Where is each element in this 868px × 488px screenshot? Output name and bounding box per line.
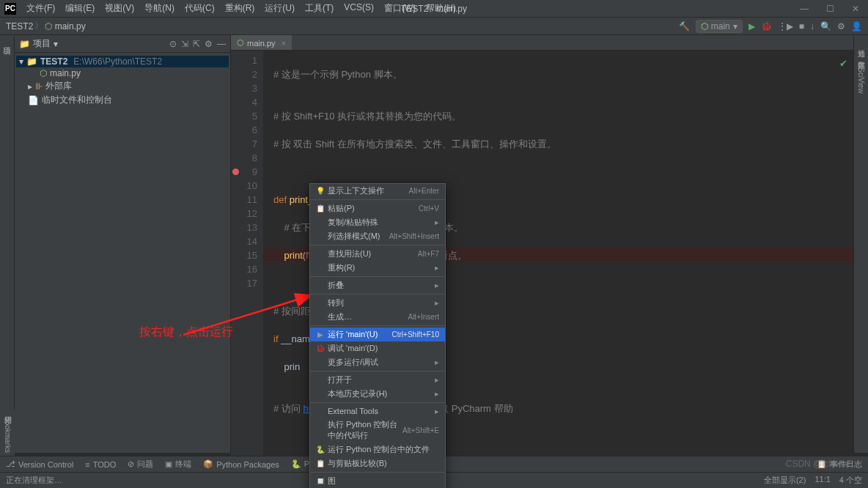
problems-toolwindow[interactable]: ⊘ 问题 <box>128 459 153 470</box>
context-menu-item[interactable]: 🐍运行 Python 控制台中的文件 <box>310 443 445 456</box>
tree-external-libs[interactable]: ▸⊪ 外部库 <box>16 79 229 93</box>
context-menu-item[interactable]: 📋粘贴(P)Ctrl+V <box>310 202 445 215</box>
watermark: CSDN @Ichocat <box>786 459 850 469</box>
editor-context-menu[interactable]: 💡显示上下文操作Alt+Enter📋粘贴(P)Ctrl+V复制/粘贴特殊▸列选择… <box>309 183 446 488</box>
python-packages-toolwindow[interactable]: 📦 Python Packages <box>203 459 279 469</box>
context-menu-item[interactable]: 查找用法(U)Alt+F7 <box>310 247 445 261</box>
library-icon: ⊪ <box>35 81 43 92</box>
menu-refactor[interactable]: 重构(R) <box>221 1 260 16</box>
avatar-icon[interactable]: 👤 <box>851 21 862 32</box>
context-menu-item[interactable]: 本地历史记录(H)▸ <box>310 387 445 401</box>
tab-main-py[interactable]: ⬡ main.py × <box>231 35 292 50</box>
python-icon: ⬡ <box>701 21 708 32</box>
sidebar-title: 项目 <box>33 37 51 50</box>
context-menu-item[interactable]: 📋与剪贴板比较(B) <box>310 456 445 470</box>
chevron-down-icon: ▾ <box>733 21 738 32</box>
project-tool-tab[interactable]: 项目 <box>0 38 14 44</box>
menu-edit[interactable]: 编辑(E) <box>61 1 99 16</box>
maximize-button[interactable]: ☐ <box>822 4 839 14</box>
tree-scratches[interactable]: 📄 临时文件和控制台 <box>16 93 229 107</box>
context-menu-item[interactable]: 重构(R)▸ <box>310 261 445 275</box>
folder-icon: 📁 <box>19 39 30 49</box>
run-button[interactable]: ▶ <box>749 21 755 32</box>
titlebar: PC 文件(F) 编辑(E) 视图(V) 导航(N) 代码(C) 重构(R) 运… <box>0 0 868 18</box>
context-menu-item[interactable]: 💡显示上下文操作Alt+Enter <box>310 184 445 198</box>
inspection-ok-icon[interactable]: ✔ <box>839 58 847 69</box>
menu-view[interactable]: 视图(V) <box>100 1 139 16</box>
project-sidebar: 📁 项目 ▾ ⊙ ⇲ ⇱ ⚙ — ▾📁 TEST2 E:\W66\Python\… <box>15 35 231 453</box>
status-indent[interactable]: 4 个空 <box>839 475 862 486</box>
left-tool-stripe: 项目 <box>0 35 15 453</box>
context-menu-item[interactable]: 执行 Python 控制台中的代码行Alt+Shift+E <box>310 418 445 443</box>
menu-run[interactable]: 运行(U) <box>260 1 299 16</box>
search-everywhere-button[interactable]: 🔍 <box>820 21 831 32</box>
context-menu-item[interactable]: 复制/粘贴特殊▸ <box>310 215 445 229</box>
folder-icon: 📁 <box>26 56 37 67</box>
notifications-tab[interactable]: 通知 <box>855 41 868 47</box>
app-logo-icon: PC <box>4 3 16 15</box>
context-menu-item[interactable]: ▶运行 'main'(U)Ctrl+Shift+F10 <box>310 328 445 341</box>
context-menu-item[interactable]: 🔲图 <box>310 474 445 488</box>
navigation-bar: TEST2 〉 ⬡ main.py 🔨 ⬡ main ▾ ▶ 🐞 ⋮▶ ■ ↓ … <box>0 18 868 35</box>
run-config-selector[interactable]: ⬡ main ▾ <box>696 20 743 33</box>
terminal-toolwindow[interactable]: ▣ 终端 <box>165 459 191 470</box>
context-menu-item[interactable]: 🐞调试 'main'(D) <box>310 341 445 355</box>
collapse-all-icon[interactable]: ⇱ <box>193 39 200 49</box>
close-tab-icon[interactable]: × <box>282 39 286 48</box>
database-tab[interactable]: 数据库 <box>855 53 868 59</box>
menu-navigate[interactable]: 导航(N) <box>140 1 179 16</box>
context-menu-item[interactable]: 生成…Alt+Insert <box>310 310 445 324</box>
chevron-down-icon[interactable]: ▾ <box>54 39 58 49</box>
hide-icon[interactable]: — <box>217 39 226 49</box>
project-tree[interactable]: ▾📁 TEST2 E:\W66\Python\TEST2 ⬡ main.py ▸… <box>15 53 230 110</box>
gutter[interactable]: 12345678 91011121314151617 <box>231 51 263 460</box>
minimize-button[interactable]: — <box>795 4 813 14</box>
vcs-toolwindow[interactable]: ⎇ Version Control <box>6 459 73 469</box>
context-menu-item[interactable]: External Tools▸ <box>310 404 445 418</box>
settings-button[interactable]: ⚙ <box>837 21 845 32</box>
context-menu-item[interactable]: 转到▸ <box>310 296 445 310</box>
context-menu-item[interactable]: 打开于▸ <box>310 373 445 387</box>
window-title: TEST2 - main.py <box>401 4 467 14</box>
python-file-icon: ⬡ <box>237 38 244 48</box>
tree-file-main[interactable]: ⬡ main.py <box>16 67 229 79</box>
status-caret-pos[interactable]: 11:1 <box>814 475 830 486</box>
context-menu-item[interactable]: 更多运行/调试▸ <box>310 355 445 369</box>
context-menu-item[interactable]: 列选择模式(M)Alt+Shift+Insert <box>310 229 445 243</box>
bookmarks-tab[interactable]: Bookmarks <box>4 416 12 453</box>
annotation-text: 按右键，点击运行 <box>139 325 233 340</box>
expand-all-icon[interactable]: ⇲ <box>181 39 188 49</box>
menu-file[interactable]: 文件(F) <box>22 1 59 16</box>
left-bottom-stripe: 结构 Bookmarks <box>0 410 15 456</box>
context-menu-item[interactable]: 折叠▸ <box>310 278 445 292</box>
settings-icon[interactable]: ⚙ <box>205 39 213 49</box>
status-message: 正在清理框架… <box>6 475 62 486</box>
build-icon[interactable]: 🔨 <box>679 21 690 32</box>
sciview-tab[interactable]: SciView <box>856 64 867 96</box>
editor-tabs: ⬡ main.py × <box>231 35 853 51</box>
close-button[interactable]: ✕ <box>847 4 864 14</box>
tree-root[interactable]: ▾📁 TEST2 E:\W66\Python\TEST2 <box>16 56 229 67</box>
breadcrumb-file[interactable]: ⬡ main.py <box>45 21 85 32</box>
todo-toolwindow[interactable]: ≡ TODO <box>85 460 116 469</box>
menu-code[interactable]: 代码(C) <box>180 1 219 16</box>
python-file-icon: ⬡ <box>40 68 47 78</box>
update-button[interactable]: ↓ <box>810 21 814 32</box>
stop-button[interactable]: ■ <box>799 21 804 32</box>
scratch-icon: 📄 <box>28 95 39 106</box>
menu-vcs[interactable]: VCS(S) <box>339 1 378 16</box>
status-all-show[interactable]: 全部显示(2) <box>764 475 806 486</box>
breadcrumb-root[interactable]: TEST2 <box>6 21 33 32</box>
menu-tools[interactable]: 工具(T) <box>301 1 338 16</box>
right-tool-stripe: 通知 数据库 SciView <box>853 35 868 453</box>
select-opened-file-icon[interactable]: ⊙ <box>169 39 177 49</box>
more-run-button[interactable]: ⋮▶ <box>778 21 793 32</box>
debug-button[interactable]: 🐞 <box>761 21 772 32</box>
